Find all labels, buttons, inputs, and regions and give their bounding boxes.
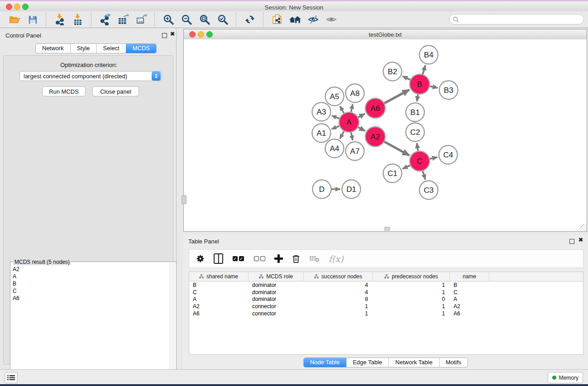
search-input[interactable] xyxy=(459,15,583,23)
open-session-icon[interactable] xyxy=(7,13,22,26)
tab-select[interactable]: Select xyxy=(96,44,126,53)
column-header-name[interactable]: name xyxy=(450,272,489,281)
criterion-dropdown[interactable]: largest connected component (directed) xyxy=(19,71,162,81)
toolbar-separator xyxy=(236,12,237,27)
graph-node-D[interactable]: D xyxy=(313,180,331,199)
tab-motifs[interactable]: Motifs xyxy=(439,358,468,367)
table-row[interactable]: Adominator80A xyxy=(189,295,583,303)
float-table-panel-icon[interactable] xyxy=(569,239,574,244)
network-horizontal-scrollbar-thumb[interactable] xyxy=(384,227,390,231)
close-panel-button[interactable]: Close panel xyxy=(92,86,139,96)
cell-shared_name: A2 xyxy=(189,303,249,310)
graph-node-A4[interactable]: A4 xyxy=(325,139,344,158)
mcds-result-box: MCDS result (5 nodes) A2ABCA6 xyxy=(10,262,177,386)
table-row[interactable]: A6connector11A6 xyxy=(189,310,583,317)
import-table-icon[interactable] xyxy=(70,13,86,26)
table-row[interactable]: A2connector11A2 xyxy=(189,303,583,310)
mcds-result-item[interactable]: C xyxy=(11,287,169,295)
zoom-selected-icon[interactable] xyxy=(215,13,230,26)
column-header-MCDS-role[interactable]: MCDS role xyxy=(249,272,304,281)
show-panel-eye-icon[interactable] xyxy=(324,13,339,26)
node-table[interactable]: shared nameMCDS rolesuccessor nodesprede… xyxy=(189,272,583,355)
memory-button[interactable]: Memory xyxy=(548,372,583,383)
graph-node-C[interactable]: C xyxy=(410,151,430,171)
mcds-result-list[interactable]: A2ABCA6 xyxy=(11,266,169,386)
svg-text:A: A xyxy=(346,118,352,127)
graph-node-A7[interactable]: A7 xyxy=(346,142,364,161)
network-graph[interactable]: B4B2BB3A5A8A6A3AB1A1A2C2A4A7C4CC1DD1C3 xyxy=(184,39,587,231)
function-builder-icon: f(x) xyxy=(329,254,344,264)
graph-node-B3[interactable]: B3 xyxy=(440,81,458,100)
svg-text:D1: D1 xyxy=(346,185,356,194)
zoom-out-icon[interactable] xyxy=(179,13,194,26)
table-row[interactable]: Bdominator41B xyxy=(189,281,583,289)
graph-node-C4[interactable]: C4 xyxy=(439,146,458,164)
column-header-successor-nodes[interactable]: successor nodes xyxy=(304,272,373,281)
graph-node-A2[interactable]: A2 xyxy=(365,127,385,147)
table-settings-gear-icon[interactable] xyxy=(196,254,205,263)
mcds-result-item[interactable]: A6 xyxy=(11,295,169,302)
mcds-result-item[interactable]: B xyxy=(11,280,169,287)
export-network-icon[interactable] xyxy=(97,13,113,26)
tab-network-table[interactable]: Network Table xyxy=(388,358,439,367)
search-box[interactable] xyxy=(449,14,584,24)
table-header-row[interactable]: shared nameMCDS rolesuccessor nodesprede… xyxy=(189,272,583,281)
close-table-panel-icon[interactable]: ✖ xyxy=(578,238,583,243)
toolbar-separator xyxy=(46,12,47,27)
task-history-button[interactable] xyxy=(5,372,18,383)
graph-node-A8[interactable]: A8 xyxy=(346,84,364,103)
cell-shared_name: B xyxy=(189,282,249,288)
graph-node-B[interactable]: B xyxy=(410,74,430,94)
cell-successors: 1 xyxy=(304,303,373,310)
graph-node-A1[interactable]: A1 xyxy=(312,124,331,143)
cell-shared_name: A xyxy=(189,296,249,302)
close-panel-icon[interactable]: ✖ xyxy=(170,32,175,37)
run-mcds-button[interactable]: Run MCDS xyxy=(42,86,86,96)
tab-mcds[interactable]: MCDS xyxy=(126,44,156,53)
graph-node-B1[interactable]: B1 xyxy=(406,103,425,122)
export-table-icon[interactable] xyxy=(115,13,131,26)
criterion-value: largest connected component (directed) xyxy=(20,73,152,80)
tab-style[interactable]: Style xyxy=(70,44,96,53)
hide-panel-eye-slash-icon[interactable] xyxy=(306,13,321,26)
float-panel-icon[interactable] xyxy=(162,33,167,38)
graph-node-C3[interactable]: C3 xyxy=(420,181,438,200)
graph-node-A3[interactable]: A3 xyxy=(312,103,331,121)
table-body[interactable]: Bdominator41BCdominator41CAdominator80AA… xyxy=(189,281,583,317)
graph-node-B4[interactable]: B4 xyxy=(420,46,438,64)
show-columns-icon[interactable] xyxy=(214,253,223,264)
network-canvas[interactable]: B4B2BB3A5A8A6A3AB1A1A2C2A4A7C4CC1DD1C3 xyxy=(184,39,587,231)
network-resize-grip[interactable] xyxy=(579,224,586,231)
mcds-result-item[interactable]: A2 xyxy=(11,266,169,273)
tab-edge-table[interactable]: Edge Table xyxy=(346,358,388,367)
tab-node-table[interactable]: Node Table xyxy=(304,358,346,367)
deselect-all-icon[interactable] xyxy=(253,256,266,261)
export-image-icon[interactable] xyxy=(134,13,149,26)
graph-node-A5[interactable]: A5 xyxy=(325,87,344,106)
graph-node-D1[interactable]: D1 xyxy=(342,180,361,199)
network-window-titlebar[interactable]: testGlobe.txt xyxy=(184,29,587,40)
select-all-icon[interactable]: ✓✓ xyxy=(232,256,244,261)
delete-row-trash-icon[interactable] xyxy=(292,254,301,264)
column-header-predecessor-nodes[interactable]: predecessor nodes xyxy=(373,272,450,281)
import-network-icon[interactable] xyxy=(52,13,67,26)
table-row[interactable]: Cdominator41C xyxy=(189,289,583,296)
graph-node-C2[interactable]: C2 xyxy=(406,123,425,142)
graph-node-A6[interactable]: A6 xyxy=(365,98,385,118)
graph-node-B2[interactable]: B2 xyxy=(383,62,402,81)
session-from-file-icon[interactable] xyxy=(269,13,285,26)
zoom-fit-icon[interactable] xyxy=(197,13,212,26)
home-icon[interactable] xyxy=(287,13,303,26)
column-header-shared-name[interactable]: shared name xyxy=(189,272,249,281)
refresh-icon[interactable] xyxy=(242,13,258,26)
save-session-icon[interactable] xyxy=(25,13,40,26)
cell-mcds_role: connector xyxy=(249,310,304,317)
zoom-in-icon[interactable] xyxy=(161,13,176,26)
mcds-result-item[interactable]: A xyxy=(11,273,169,280)
tab-network[interactable]: Network xyxy=(36,44,70,53)
graph-node-C1[interactable]: C1 xyxy=(383,164,402,183)
graph-node-A[interactable]: A xyxy=(339,112,359,132)
add-row-plus-icon[interactable] xyxy=(274,254,283,263)
network-vertical-scrollbar-thumb[interactable] xyxy=(182,195,186,204)
mcds-result-scrollbar[interactable] xyxy=(169,262,176,386)
